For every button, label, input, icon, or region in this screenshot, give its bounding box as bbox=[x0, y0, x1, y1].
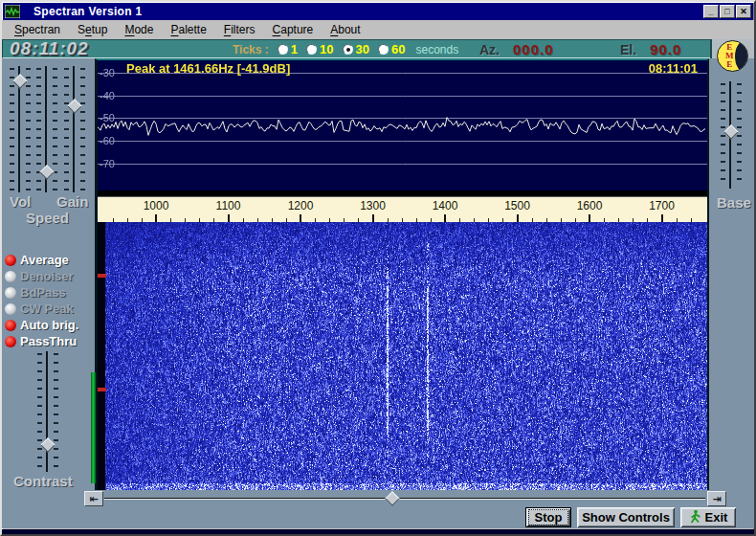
minimize-button-icon[interactable]: _ bbox=[703, 5, 719, 18]
spectrum-plot: Peak at 1461.66Hz [-41.9dB] 08:11:01 -30… bbox=[98, 60, 707, 190]
gain-slider[interactable] bbox=[64, 66, 85, 192]
speed-label: Speed bbox=[26, 210, 69, 226]
waterfall-canvas bbox=[105, 222, 707, 490]
ticks-option-10[interactable]: 10 bbox=[306, 42, 333, 56]
scroll-track[interactable] bbox=[104, 498, 705, 500]
ticks-option-60[interactable]: 60 bbox=[378, 42, 405, 56]
freq-major-tick bbox=[300, 214, 301, 222]
led-indicator-icon bbox=[5, 287, 16, 299]
led-indicator-icon bbox=[5, 271, 16, 282]
ticks-group: Ticks : 1103060 seconds bbox=[233, 40, 458, 58]
ticks-label: Ticks : bbox=[233, 43, 269, 56]
led-button-auto-brig[interactable]: Auto brig. bbox=[5, 317, 95, 333]
led-indicator-icon bbox=[5, 336, 16, 347]
time-axis-gutter bbox=[98, 222, 105, 490]
capture-progress-marker bbox=[91, 372, 96, 483]
show-controls-button[interactable]: Show Controls bbox=[577, 507, 675, 527]
db-tick-label: -30 bbox=[100, 67, 115, 78]
bottom-edge bbox=[2, 529, 754, 534]
menu-about[interactable]: About bbox=[322, 21, 368, 38]
scroll-thumb[interactable] bbox=[386, 491, 401, 506]
menu-palette[interactable]: Palette bbox=[162, 21, 214, 38]
freq-tick-label: 1400 bbox=[433, 199, 458, 212]
led-button-denoiser[interactable]: Denoiser bbox=[5, 268, 95, 284]
db-tick-label: -50 bbox=[100, 112, 115, 123]
left-control-panel: AverageDenoiserBdPassCW PeakAuto brig.Pa… bbox=[2, 58, 95, 490]
titlebar: Spectran Version 1 _ □ ✕ bbox=[3, 3, 753, 20]
led-button-passthru[interactable]: PassThru bbox=[5, 333, 95, 349]
ticks-option-1[interactable]: 1 bbox=[278, 42, 298, 56]
spectrum-canvas bbox=[98, 60, 707, 190]
freq-tick-label: 1000 bbox=[144, 199, 169, 212]
spectran-window: Spectran Version 1 _ □ ✕ SpectranSetupMo… bbox=[0, 0, 756, 536]
led-button-bdpass[interactable]: BdPass bbox=[5, 284, 95, 301]
display-column: Peak at 1461.66Hz [-41.9dB] 08:11:01 -30… bbox=[95, 58, 709, 490]
contrast-slider[interactable] bbox=[37, 351, 58, 472]
menu-mode[interactable]: Mode bbox=[116, 21, 162, 38]
seconds-label: seconds bbox=[415, 43, 458, 56]
bottom-button-row: Stop Show Controls Exit bbox=[2, 507, 754, 528]
vol-slider[interactable] bbox=[10, 66, 31, 192]
freq-tick-label: 1200 bbox=[288, 199, 314, 212]
freq-tick-label: 1300 bbox=[360, 199, 386, 212]
frequency-scroll-row: ⇤ ⇥ bbox=[2, 490, 754, 507]
led-indicator-icon bbox=[5, 255, 16, 266]
db-tick-label: -40 bbox=[100, 90, 115, 101]
speed-slider[interactable] bbox=[36, 66, 57, 192]
time-tick-marker bbox=[98, 274, 106, 278]
frequency-scale: 10001100120013001400150016001700 bbox=[98, 196, 707, 222]
freq-tick-label: 1500 bbox=[504, 199, 530, 212]
led-indicator-icon bbox=[5, 303, 16, 315]
led-indicator-icon bbox=[5, 320, 16, 331]
menu-bar: SpectranSetupModePaletteFiltersCaptureAb… bbox=[2, 20, 754, 39]
main-area: AverageDenoiserBdPassCW PeakAuto brig.Pa… bbox=[2, 58, 754, 490]
freq-tick-label: 1600 bbox=[577, 199, 603, 212]
freq-major-tick bbox=[444, 214, 446, 222]
freq-tick-label: 1700 bbox=[649, 199, 675, 212]
base-label: Base bbox=[717, 194, 751, 211]
exit-man-icon bbox=[689, 509, 701, 526]
maximize-button-icon[interactable]: □ bbox=[720, 5, 735, 18]
time-tick-marker bbox=[98, 388, 106, 391]
clock-display: 08:11:02 bbox=[10, 38, 89, 59]
radio-icon[interactable] bbox=[343, 44, 353, 55]
vol-label: Vol bbox=[10, 193, 31, 210]
exit-button[interactable]: Exit bbox=[680, 507, 736, 527]
base-slider[interactable] bbox=[721, 81, 742, 189]
db-tick-label: -60 bbox=[100, 135, 115, 146]
freq-major-tick bbox=[661, 214, 663, 222]
radio-icon[interactable] bbox=[278, 44, 288, 55]
led-button-average[interactable]: Average bbox=[5, 252, 95, 268]
freq-major-tick bbox=[372, 214, 374, 222]
close-button-icon[interactable]: ✕ bbox=[736, 5, 751, 18]
spectrum-timestamp: 08:11:01 bbox=[649, 61, 698, 76]
waterfall-display bbox=[98, 222, 707, 490]
menu-capture[interactable]: Capture bbox=[264, 21, 322, 38]
menu-filters[interactable]: Filters bbox=[215, 21, 264, 38]
menu-spectran[interactable]: Spectran bbox=[6, 21, 69, 38]
menu-setup[interactable]: Setup bbox=[69, 21, 116, 38]
app-icon bbox=[5, 5, 20, 18]
stop-button[interactable]: Stop bbox=[525, 507, 571, 527]
scroll-right-button[interactable]: ⇥ bbox=[707, 491, 726, 506]
gain-label: Gain bbox=[56, 193, 88, 210]
window-title: Spectran Version 1 bbox=[33, 5, 142, 18]
db-tick-label: -70 bbox=[100, 158, 115, 169]
freq-major-tick bbox=[517, 214, 519, 222]
azimuth-readout: Az. 000.0 bbox=[479, 41, 554, 57]
scroll-left-button[interactable]: ⇤ bbox=[84, 491, 103, 506]
right-control-panel: Base bbox=[709, 58, 754, 490]
status-toolbar: 08:11:02 Ticks : 1103060 seconds Az. 000… bbox=[2, 39, 754, 58]
radio-icon[interactable] bbox=[378, 44, 389, 55]
contrast-label: Contrast bbox=[13, 473, 73, 489]
freq-tick-label: 1100 bbox=[216, 199, 241, 212]
elevation-readout: El. 90.0 bbox=[620, 41, 681, 57]
freq-major-tick bbox=[228, 214, 230, 222]
eme-logo-icon: EME bbox=[717, 40, 748, 72]
peak-readout: Peak at 1461.66Hz [-41.9dB] bbox=[126, 61, 290, 76]
radio-icon[interactable] bbox=[306, 44, 317, 55]
ticks-option-30[interactable]: 30 bbox=[343, 42, 369, 56]
freq-major-tick bbox=[589, 214, 590, 222]
led-button-cw-peak[interactable]: CW Peak bbox=[5, 301, 95, 317]
freq-major-tick bbox=[155, 214, 157, 222]
